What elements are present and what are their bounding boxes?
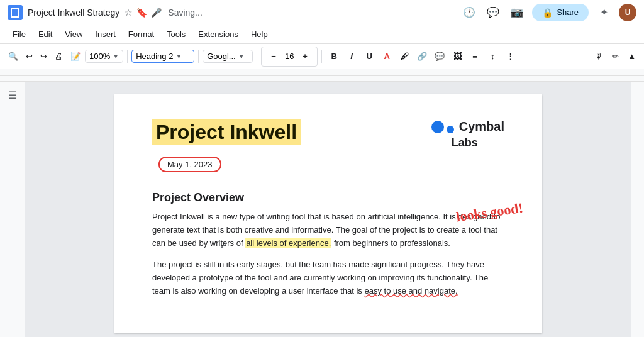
highlighted-text: all levels of experience, xyxy=(245,238,331,248)
font-size-group: − 16 + xyxy=(261,47,318,67)
font-size-increase-btn[interactable]: + xyxy=(297,48,313,65)
left-sidebar: ☰ xyxy=(0,82,25,337)
pencil-btn[interactable]: ✏ xyxy=(609,49,622,64)
menu-file[interactable]: File xyxy=(8,28,31,40)
redo-btn[interactable]: ↪ xyxy=(37,49,50,64)
line-spacing-btn[interactable]: ↕ xyxy=(484,48,501,65)
font-size-decrease-btn[interactable]: − xyxy=(265,48,282,65)
ruler xyxy=(0,69,644,82)
menu-tools[interactable]: Tools xyxy=(162,28,191,40)
chat-icon[interactable]: 💬 xyxy=(484,4,502,21)
text-color-btn[interactable]: A xyxy=(379,48,395,65)
voice-input-btn[interactable]: 🎙 xyxy=(592,49,606,64)
section-overview: Project Overview Project Inkwell is a ne… xyxy=(152,191,504,298)
bold-btn[interactable]: B xyxy=(326,48,342,65)
highlight-btn[interactable]: 🖊 xyxy=(396,48,413,65)
doc-header: Project Inkwell May 1, 2023 Cymbal xyxy=(152,119,504,172)
zoom-value: 100% xyxy=(89,52,110,61)
outline-icon[interactable]: ☰ xyxy=(8,89,17,101)
font-size-value[interactable]: 16 xyxy=(283,52,296,61)
cymbal-logo-top: Cymbal xyxy=(431,119,504,134)
font-select[interactable]: Googl... ▼ xyxy=(203,50,253,63)
image-btn[interactable]: 🖼 xyxy=(449,48,465,65)
more-btn[interactable]: ⋮ xyxy=(502,48,518,65)
avatar[interactable]: U xyxy=(619,4,636,21)
cymbal-name: Cymbal xyxy=(459,119,504,134)
font-chevron: ▼ xyxy=(238,53,245,60)
right-sidebar xyxy=(631,82,644,337)
toolbar-right: 🎙 ✏ ▲ xyxy=(592,49,639,64)
voice-icon[interactable]: 🎤 xyxy=(151,8,162,18)
align-btn[interactable]: ≡ xyxy=(467,48,483,65)
font-value: Googl... xyxy=(207,52,236,61)
cymbal-sub-container: Labs xyxy=(431,136,478,150)
dot-small xyxy=(447,126,454,133)
menu-view[interactable]: View xyxy=(60,28,87,40)
camera-icon[interactable]: 📷 xyxy=(508,4,526,21)
share-button[interactable]: 🔒 Share xyxy=(532,4,589,21)
document-page: Project Inkwell May 1, 2023 Cymbal xyxy=(114,94,542,333)
history-icon[interactable]: 🕐 xyxy=(460,4,478,21)
search-toolbar-btn[interactable]: 🔍 xyxy=(5,49,21,64)
document-area[interactable]: Project Inkwell May 1, 2023 Cymbal xyxy=(25,82,631,337)
title-bar-right: 🕐 💬 📷 🔒 Share ✦ U xyxy=(460,4,636,21)
heading-value: Heading 2 xyxy=(136,52,173,61)
main-content: ☰ Project Inkwell May 1, 2023 xyxy=(0,82,644,337)
toolbar-separator-2 xyxy=(198,50,199,63)
comment-btn[interactable]: 💬 xyxy=(431,48,448,65)
cymbal-logo: Cymbal Labs xyxy=(431,119,504,150)
bookmark-icon[interactable]: 🔖 xyxy=(136,8,147,18)
toolbar-separator-1 xyxy=(127,50,128,63)
doc-title-section: Project Inkwell May 1, 2023 xyxy=(152,119,301,172)
cymbal-sub: Labs xyxy=(452,136,478,149)
menu-edit[interactable]: Edit xyxy=(33,28,57,40)
star-icon[interactable]: ☆ xyxy=(125,8,133,18)
doc-main-title: Project Inkwell xyxy=(152,119,301,152)
share-label: Share xyxy=(557,8,579,17)
link-btn[interactable]: 🔗 xyxy=(414,48,430,65)
toolbar: 🔍 ↩ ↪ 🖨 📝 100% ▼ Heading 2 ▼ Googl... ▼ … xyxy=(0,44,644,69)
menu-bar: File Edit View Insert Format Tools Exten… xyxy=(0,25,644,44)
menu-format[interactable]: Format xyxy=(123,28,159,40)
menu-extensions[interactable]: Extensions xyxy=(193,28,243,40)
doc-date: May 1, 2023 xyxy=(158,157,221,172)
doc-icon xyxy=(8,5,23,20)
toolbar-separator-3 xyxy=(257,50,257,63)
lock-icon: 🔒 xyxy=(542,8,553,18)
menu-insert[interactable]: Insert xyxy=(90,28,121,40)
zoom-chevron: ▼ xyxy=(113,53,119,60)
ruler-line xyxy=(0,75,644,76)
para1-end: from beginners to professionals. xyxy=(331,238,450,248)
toolbar-separator-4 xyxy=(321,50,322,63)
paragraph-2: The project is still in its early stages… xyxy=(152,258,504,297)
menu-help[interactable]: Help xyxy=(246,28,273,40)
title-bar: Project Inkwell Strategy ☆ 🔖 🎤 Saving...… xyxy=(0,0,644,25)
italic-btn[interactable]: I xyxy=(343,48,360,65)
zoom-select[interactable]: 100% ▼ xyxy=(85,50,123,63)
heading-chevron: ▼ xyxy=(175,53,182,60)
collapse-toolbar-btn[interactable]: ▲ xyxy=(625,49,639,64)
gemini-icon[interactable]: ✦ xyxy=(595,4,613,21)
undo-btn[interactable]: ↩ xyxy=(23,49,36,64)
cymbal-dots xyxy=(431,121,454,133)
paragraph-1: Project Inkwell is a new type of writing… xyxy=(152,211,504,250)
title-bar-icons: ☆ 🔖 🎤 Saving... xyxy=(125,8,202,18)
print-btn[interactable]: 🖨 xyxy=(52,49,66,64)
doc-title[interactable]: Project Inkwell Strategy xyxy=(28,8,119,18)
saving-indicator: Saving... xyxy=(168,8,202,18)
dot-large xyxy=(431,121,444,133)
underline-btn[interactable]: U xyxy=(361,48,377,65)
spellcheck-btn[interactable]: 📝 xyxy=(67,49,84,64)
expand-icon[interactable]: ⤢ xyxy=(220,240,228,250)
section-heading: Project Overview xyxy=(152,191,504,204)
heading-select[interactable]: Heading 2 ▼ xyxy=(131,50,194,63)
underlined-text: easy to use and navigate. xyxy=(364,286,457,296)
